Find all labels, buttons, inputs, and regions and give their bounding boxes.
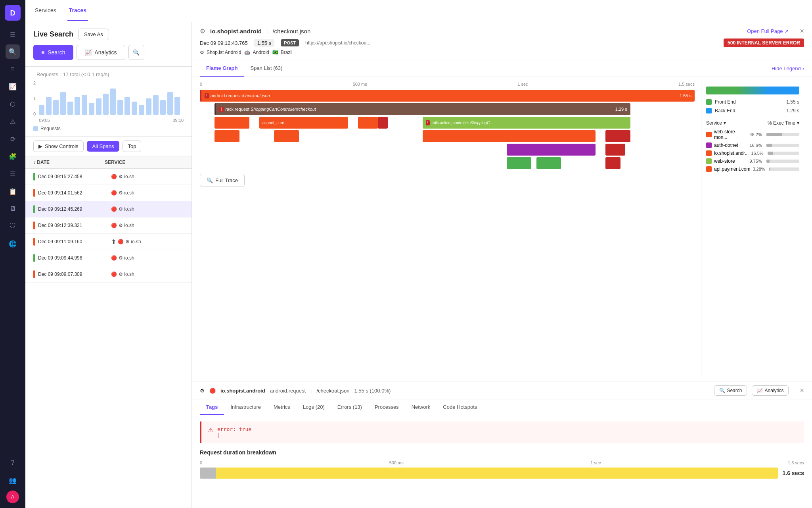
bar-time: 1.29 s [615, 107, 627, 112]
nav-services[interactable]: Services [33, 1, 58, 21]
app-logo[interactable]: D [5, 5, 21, 21]
search-input-button[interactable]: 🔍 [128, 45, 144, 60]
flame-main: Flame Graph Span List (63) Hide Legend ›… [192, 60, 812, 381]
service-label: Service [706, 120, 722, 126]
tab-processes[interactable]: Processes [368, 400, 405, 415]
bar-label: rails.action_controller ShoppingC... [431, 121, 493, 125]
flame-tabs: Flame Graph Span List (63) Hide Legend › [192, 60, 812, 77]
trace-header: ⚙ io.shopist.android | /checkout.json Op… [192, 22, 812, 60]
service-tag-shopist[interactable]: ⚙ Shop.ist Android [200, 50, 241, 55]
bottom-error-icon: 🔴 [209, 388, 216, 394]
bottom-analytics-button[interactable]: 📈 Analytics [752, 385, 789, 396]
search-button[interactable]: ≡ Search [33, 45, 73, 60]
tab-metrics[interactable]: Metrics [267, 400, 297, 415]
exec-time-dropdown[interactable]: % Exec Time ▾ [768, 120, 799, 126]
search-sidebar-icon[interactable]: 🔍 [6, 44, 20, 59]
flag-icon: 🇧🇷 [272, 50, 278, 55]
shield-sidebar-icon[interactable]: 🛡 [6, 219, 20, 233]
table-row[interactable]: Dec 09 09:12:39.321 🔴 ⚙ io.sh [25, 217, 192, 234]
flame-bar-small-1[interactable] [214, 117, 249, 129]
monitor-sidebar-icon[interactable]: 🖥 [6, 202, 20, 216]
table-row[interactable]: Dec 09 09:11:09.160 ⬆ 🔴 ⚙ io.sh [25, 234, 192, 250]
save-as-button[interactable]: Save As [78, 29, 109, 40]
flame-bar-purple[interactable] [507, 144, 596, 156]
flame-bar-red-end2[interactable] [605, 157, 620, 169]
tab-logs[interactable]: Logs (20) [297, 400, 331, 415]
alert-sidebar-icon[interactable]: ⚠ [6, 114, 20, 129]
service-dropdown[interactable]: Service ▾ [706, 120, 726, 126]
open-full-page-label: Open Full Page [747, 28, 783, 34]
table-row[interactable]: Dec 09 09:09:44.996 🔴 ⚙ io.sh [25, 250, 192, 266]
tab-infrastructure[interactable]: Infrastructure [224, 400, 267, 415]
cluster-sidebar-icon[interactable]: ⬡ [6, 97, 20, 111]
flame-bar-small-2[interactable] [358, 117, 378, 129]
service-name: ⚙ io.sh [119, 271, 134, 277]
bottom-close-button[interactable]: × [800, 387, 804, 395]
hide-legend-button[interactable]: Hide Legend [772, 65, 801, 71]
flame-bar-small-3[interactable] [214, 130, 239, 142]
tab-code-hotspots[interactable]: Code Hotspots [437, 400, 483, 415]
chart-bar [67, 102, 73, 115]
flame-bar-android-request[interactable]: ! android.request /checkout.json 1.55 s [200, 90, 695, 102]
service-pct: 9.75% [750, 159, 764, 164]
row-date: Dec 09 09:09:07.309 [38, 271, 109, 277]
flame-bar-small-4[interactable] [274, 130, 299, 142]
flame-bar-rails[interactable]: ! rails.action_controller ShoppingC... [423, 117, 630, 129]
top-button[interactable]: Top [123, 140, 141, 152]
users-sidebar-icon[interactable]: 👥 [6, 473, 20, 487]
service-name: web-store [714, 158, 747, 164]
analytics-button[interactable]: 📈 Analytics [77, 45, 125, 60]
http-method-badge: POST [281, 39, 299, 46]
flame-bar-aspnet[interactable]: aspnet_core... [259, 117, 349, 129]
flame-panel: Flame Graph Span List (63) Hide Legend ›… [192, 60, 812, 381]
list-sidebar-icon[interactable]: ≡ [6, 62, 20, 76]
chart-bar [146, 98, 151, 115]
flame-bar-green-small2[interactable] [536, 157, 561, 169]
flame-bar-middle-1[interactable] [423, 130, 596, 142]
row-indicator [33, 189, 35, 197]
bottom-search-label: Search [727, 388, 742, 393]
bottom-service-name: io.shopist.android [220, 388, 265, 394]
trace-close-button[interactable]: × [800, 27, 804, 35]
bottom-search-button[interactable]: 🔍 Search [714, 385, 747, 396]
tab-network[interactable]: Network [405, 400, 437, 415]
show-controls-button[interactable]: ▶ Show Controls [33, 140, 84, 152]
book-sidebar-icon[interactable]: 📋 [6, 184, 20, 198]
service-icon: 🔴 [111, 271, 117, 277]
controls-sidebar-icon[interactable]: ☰ [6, 167, 20, 181]
question-sidebar-icon[interactable]: ? [6, 456, 20, 470]
globe-sidebar-icon[interactable]: 🌐 [6, 237, 20, 251]
flame-bars: ! android.request /checkout.json 1.55 s … [200, 90, 695, 169]
tab-flame-graph[interactable]: Flame Graph [200, 60, 244, 77]
error-triangle-icon: ⚠ [208, 426, 213, 434]
legend-dot [33, 126, 38, 131]
table-row[interactable]: Dec 09 09:14:01.562 🔴 ⚙ io.sh [25, 185, 192, 201]
frontend-color [706, 99, 712, 105]
nav-traces[interactable]: Traces [67, 1, 88, 21]
sync-sidebar-icon[interactable]: ⟳ [6, 132, 20, 146]
trace-separator: | [266, 28, 268, 34]
flame-bar-error-small[interactable] [605, 144, 625, 156]
flame-bar-rack-request[interactable]: ! rack.request ShoppingCartController#ch… [214, 103, 630, 115]
table-row[interactable]: Dec 09 09:15:27.458 🔴 ⚙ io.sh [25, 169, 192, 185]
service-tag-brazil[interactable]: 🇧🇷 Brazil [272, 50, 293, 55]
user-avatar[interactable]: A [6, 491, 19, 503]
all-spans-button[interactable]: All Spans [87, 141, 120, 152]
tab-errors[interactable]: Errors (13) [331, 400, 368, 415]
open-full-page-link[interactable]: Open Full Page ↗ [747, 28, 789, 34]
chart-sidebar-icon[interactable]: 📈 [6, 79, 20, 94]
full-trace-button[interactable]: 🔍 Full Trace [200, 174, 245, 187]
flame-bar-green-small[interactable] [507, 157, 531, 169]
chart-bar [160, 100, 166, 115]
tab-span-list[interactable]: Span List (63) [244, 60, 289, 77]
menu-icon[interactable]: ☰ [6, 27, 20, 41]
table-row[interactable]: Dec 09 09:12:45.269 🔴 ⚙ io.sh [25, 201, 192, 217]
error-mark: ! [426, 120, 430, 125]
service-tag-android[interactable]: 🤖 Android [244, 50, 269, 55]
service-icon: 🔴 [118, 239, 124, 244]
puzzle-sidebar-icon[interactable]: 🧩 [6, 149, 20, 164]
chart-bar [139, 105, 144, 115]
tab-tags[interactable]: Tags [200, 400, 224, 415]
flame-bar-error-end[interactable] [605, 130, 630, 142]
table-row[interactable]: Dec 09 09:09:07.309 🔴 ⚙ io.sh [25, 266, 192, 283]
